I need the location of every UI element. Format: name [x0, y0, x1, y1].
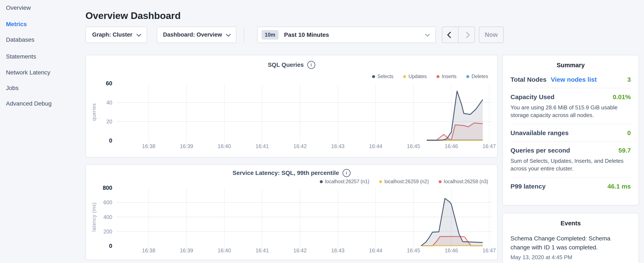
svg-text:16:43: 16:43 — [331, 143, 345, 149]
sidebar-item-overview[interactable]: Overview — [6, 3, 31, 13]
chart-svg: 16:3816:3916:4016:4116:4216:4316:4416:45… — [86, 55, 497, 157]
svg-text:16:39: 16:39 — [180, 247, 193, 253]
chart-svg: 16:3816:3916:4016:4116:4216:4316:4416:45… — [86, 165, 497, 259]
summary-row-queries-per-second: Queries per second 59.7 Sum of Selects, … — [510, 142, 631, 178]
svg-text:16:42: 16:42 — [294, 143, 307, 149]
svg-text:16:40: 16:40 — [218, 247, 231, 253]
svg-text:20: 20 — [106, 119, 112, 124]
chevron-down-icon — [136, 32, 141, 37]
now-button[interactable]: Now — [479, 27, 504, 43]
svg-text:16:44: 16:44 — [369, 143, 382, 149]
time-range-label: Past 10 Minutes — [284, 32, 421, 38]
summary-row-value: 59.7 — [618, 147, 631, 154]
summary-row-capacity-used: Capacity Used 0.01% You are using 28.6 M… — [510, 88, 631, 124]
svg-text:16:43: 16:43 — [331, 247, 345, 253]
sidebar-item-advanced-debug[interactable]: Advanced Debug — [6, 99, 52, 108]
svg-text:latency (ms): latency (ms) — [91, 202, 97, 231]
summary-row-value: 0 — [627, 129, 631, 137]
svg-text:16:42: 16:42 — [294, 247, 307, 253]
chevron-down-icon — [226, 32, 231, 37]
sidebar-item-jobs[interactable]: Jobs — [6, 83, 18, 93]
svg-text:0: 0 — [109, 137, 112, 144]
sidebar-item-network-latency[interactable]: Network Latency — [6, 68, 50, 77]
svg-text:40: 40 — [106, 100, 112, 106]
chevron-down-icon — [425, 32, 430, 36]
service-latency-card: Service Latency: SQL, 99th percentile i … — [86, 164, 498, 260]
svg-text:16:45: 16:45 — [407, 247, 420, 253]
svg-text:queries: queries — [91, 103, 97, 121]
time-range-badge: 10m — [262, 30, 278, 40]
svg-text:16:46: 16:46 — [445, 247, 458, 253]
svg-text:16:44: 16:44 — [369, 247, 382, 253]
sql-queries-card: SQL Queries i SelectsUpdatesInsertsDelet… — [86, 55, 498, 157]
summary-row-label: Capacity Used — [510, 93, 554, 101]
summary-row-value: 46.1 ms — [608, 183, 631, 190]
chevron-right-icon — [463, 32, 470, 38]
sidebar-item-databases[interactable]: Databases — [6, 35, 34, 45]
time-forward-button[interactable] — [458, 27, 474, 43]
summary-row-value: 3 — [627, 76, 631, 83]
svg-text:16:39: 16:39 — [180, 143, 193, 149]
svg-text:400: 400 — [103, 214, 112, 220]
summary-row-label: P99 latency — [510, 183, 546, 190]
time-nav-buttons — [442, 27, 475, 43]
svg-text:16:38: 16:38 — [142, 247, 156, 253]
summary-row-label: Total Nodes — [510, 76, 546, 83]
svg-text:16:47: 16:47 — [482, 247, 496, 253]
event-item: Schema Change Completed: Schema change w… — [503, 227, 638, 261]
events-title: Events — [503, 213, 638, 227]
event-timestamp: May 13, 2020 at 4:45 PM — [510, 254, 631, 261]
svg-text:16:41: 16:41 — [256, 247, 269, 253]
svg-text:16:38: 16:38 — [142, 143, 156, 149]
sidebar-item-statements[interactable]: Statements — [6, 52, 36, 61]
events-panel: Events Schema Change Completed: Schema c… — [502, 213, 639, 263]
summary-row-label: Queries per second — [510, 147, 570, 154]
svg-text:60: 60 — [106, 80, 112, 87]
summary-row-description: Sum of Selects, Updates, Inserts, and De… — [510, 157, 631, 173]
controls-divider — [244, 27, 244, 43]
time-range-selector[interactable]: 10m Past 10 Minutes — [257, 27, 436, 43]
svg-text:16:46: 16:46 — [445, 143, 458, 149]
service-latency-plot: 16:3816:3916:4016:4116:4216:4316:4416:45… — [86, 165, 497, 259]
page-title: Overview Dashboard — [86, 10, 181, 21]
svg-text:200: 200 — [103, 228, 112, 234]
svg-text:600: 600 — [103, 199, 112, 205]
graph-dropdown-label: Graph: Cluster — [92, 32, 132, 38]
sql-queries-plot: 16:3816:3916:4016:4116:4216:4316:4416:45… — [86, 55, 497, 157]
event-text: Schema Change Completed: Schema change w… — [510, 234, 631, 252]
svg-text:16:45: 16:45 — [407, 143, 420, 149]
dashboard-dropdown[interactable]: Dashboard: Overview — [157, 27, 236, 43]
svg-text:0: 0 — [109, 243, 112, 249]
time-back-button[interactable] — [442, 27, 458, 43]
svg-text:16:47: 16:47 — [482, 143, 496, 149]
svg-text:16:41: 16:41 — [256, 143, 269, 149]
summary-row-p99-latency: P99 latency 46.1 ms — [510, 178, 631, 195]
summary-panel: Summary Total Nodes View nodes list 3 Ca… — [502, 55, 639, 205]
chevron-left-icon — [447, 32, 454, 38]
summary-row-label: Unavailable ranges — [510, 129, 568, 137]
sidebar-item-metrics[interactable]: Metrics — [6, 20, 27, 29]
summary-title: Summary — [503, 55, 638, 69]
summary-row-total-nodes: Total Nodes View nodes list 3 — [510, 71, 631, 88]
summary-rows: Total Nodes View nodes list 3 Capacity U… — [503, 69, 638, 195]
svg-text:16:40: 16:40 — [218, 143, 231, 149]
series-area-Selects — [427, 91, 483, 141]
summary-row-description: You are using 28.6 MiB of 515.9 GiB usab… — [510, 104, 631, 119]
graph-dropdown[interactable]: Graph: Cluster — [86, 27, 147, 43]
summary-row-unavailable-ranges: Unavailable ranges 0 — [510, 124, 631, 142]
dashboard-dropdown-label: Dashboard: Overview — [163, 32, 222, 38]
app-root: Overview Metrics Databases Statements Ne… — [0, 0, 644, 263]
svg-text:800: 800 — [103, 185, 112, 191]
view-nodes-list-link[interactable]: View nodes list — [551, 76, 596, 83]
summary-row-value: 0.01% — [613, 93, 631, 101]
